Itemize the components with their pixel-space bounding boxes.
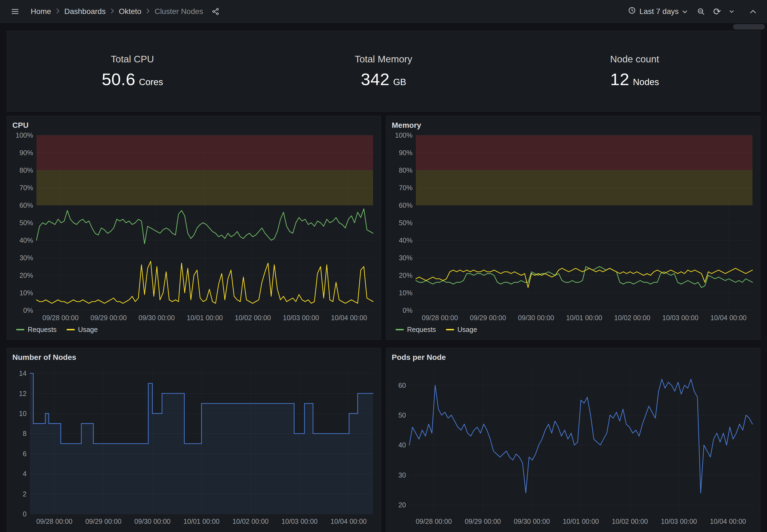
svg-text:09/30 00:00: 09/30 00:00 (134, 517, 170, 525)
stat-unit: Cores (139, 77, 163, 87)
panel-title: Number of Nodes (12, 353, 76, 362)
svg-text:40: 40 (398, 441, 406, 449)
panel-header-nodes[interactable]: Number of Nodes (7, 348, 381, 364)
svg-text:30%: 30% (19, 254, 33, 262)
svg-text:70%: 70% (19, 184, 33, 192)
usage-series-swatch (446, 329, 454, 330)
share-button[interactable] (209, 5, 223, 18)
panel-title: CPU (12, 121, 28, 130)
svg-text:09/30 00:00: 09/30 00:00 (514, 517, 550, 525)
svg-text:60: 60 (398, 381, 406, 389)
svg-text:50: 50 (398, 411, 406, 419)
panel-pods-per-node: Pods per Node 203040506009/28 00:0009/29… (386, 348, 760, 532)
collapse-top-button[interactable] (747, 6, 759, 17)
svg-text:10/03 00:00: 10/03 00:00 (283, 314, 319, 322)
chevron-right-icon (56, 8, 60, 15)
svg-text:60%: 60% (399, 201, 413, 209)
svg-text:10/04 00:00: 10/04 00:00 (331, 314, 367, 322)
legend-item-requests[interactable]: Requests (396, 326, 436, 334)
svg-text:09/28 00:00: 09/28 00:00 (42, 314, 79, 322)
legend-item-usage[interactable]: Usage (446, 326, 477, 334)
stat-value: 50.6 (102, 70, 135, 89)
svg-text:10/03 00:00: 10/03 00:00 (661, 517, 697, 525)
svg-text:09/29 00:00: 09/29 00:00 (465, 517, 501, 525)
panel-title: Memory (392, 121, 421, 130)
svg-text:80%: 80% (19, 166, 33, 174)
memory-legend: Requests Usage (386, 325, 760, 334)
zoom-out-button[interactable] (694, 5, 708, 18)
time-range-picker[interactable]: Last 7 days (624, 4, 691, 19)
chevron-down-icon (682, 7, 688, 16)
legend-label: Usage (457, 326, 477, 334)
stat-title: Total Memory (355, 54, 412, 65)
svg-text:0%: 0% (403, 307, 413, 314)
svg-text:8: 8 (23, 430, 27, 437)
svg-text:09/29 00:00: 09/29 00:00 (470, 314, 506, 322)
legend-item-usage[interactable]: Usage (67, 326, 98, 334)
legend-label: Usage (78, 326, 98, 334)
refresh-interval-caret[interactable] (726, 7, 737, 16)
stat-total-memory: Total Memory 342 GB (258, 54, 509, 89)
stat-title: Total CPU (111, 54, 154, 65)
svg-text:10/01 00:00: 10/01 00:00 (566, 314, 602, 322)
svg-text:10/02 00:00: 10/02 00:00 (612, 517, 648, 525)
refresh-icon: ⟳ (713, 7, 721, 16)
breadcrumb-home[interactable]: Home (28, 7, 54, 16)
svg-text:09/29 00:00: 09/29 00:00 (90, 314, 126, 322)
panel-header-memory[interactable]: Memory (386, 116, 760, 132)
svg-text:20%: 20% (399, 271, 413, 279)
legend-item-requests[interactable]: Requests (16, 326, 57, 334)
legend-label: Requests (28, 326, 57, 334)
usage-series-swatch (67, 329, 75, 330)
scrollbar-thumb[interactable] (733, 24, 765, 30)
svg-text:10: 10 (19, 410, 27, 417)
hamburger-icon (10, 7, 20, 16)
svg-text:10%: 10% (19, 289, 33, 297)
number-of-nodes-chart[interactable]: 0246810121409/28 00:0009/29 00:0009/30 0… (10, 364, 378, 528)
stat-value: 342 (361, 70, 390, 89)
menu-button[interactable] (8, 5, 22, 18)
breadcrumb-okteto[interactable]: Okteto (116, 7, 144, 16)
panel-cpu: CPU 0%10%20%30%40%50%60%70%80%90%100%09/… (7, 116, 381, 340)
stat-value: 12 (610, 70, 630, 89)
svg-text:10/03 00:00: 10/03 00:00 (281, 517, 318, 525)
svg-text:10/01 00:00: 10/01 00:00 (183, 517, 220, 525)
time-range-label: Last 7 days (639, 7, 679, 16)
breadcrumb: Home Dashboards Okteto Cluster Nodes (28, 7, 206, 16)
cpu-chart[interactable]: 0%10%20%30%40%50%60%70%80%90%100%09/28 0… (10, 132, 378, 325)
svg-text:40%: 40% (399, 236, 413, 244)
svg-text:100%: 100% (395, 132, 413, 139)
svg-text:09/28 00:00: 09/28 00:00 (416, 517, 452, 525)
svg-text:09/30 00:00: 09/30 00:00 (518, 314, 554, 322)
grafana-dashboard: Home Dashboards Okteto Cluster Nodes (0, 0, 767, 532)
chevron-right-icon (110, 8, 114, 15)
panel-number-of-nodes: Number of Nodes 0246810121409/28 00:0009… (7, 348, 381, 532)
breadcrumb-current: Cluster Nodes (152, 7, 206, 16)
refresh-button[interactable]: ⟳ (711, 4, 724, 19)
memory-chart[interactable]: 0%10%20%30%40%50%60%70%80%90%100%09/28 0… (390, 132, 757, 325)
top-nav: Home Dashboards Okteto Cluster Nodes (0, 0, 767, 23)
panel-header-pods[interactable]: Pods per Node (386, 348, 760, 364)
panel-header-cpu[interactable]: CPU (7, 116, 381, 132)
svg-text:10/04 00:00: 10/04 00:00 (710, 517, 746, 525)
pods-per-node-chart[interactable]: 203040506009/28 00:0009/29 00:0009/30 00… (390, 364, 757, 528)
svg-text:09/28 00:00: 09/28 00:00 (422, 314, 458, 322)
share-icon (212, 7, 220, 16)
svg-text:90%: 90% (19, 149, 33, 157)
chevron-right-icon (146, 8, 150, 15)
svg-text:20: 20 (398, 501, 406, 509)
cpu-legend: Requests Usage (7, 325, 381, 334)
svg-text:10/02 00:00: 10/02 00:00 (235, 314, 271, 322)
svg-text:10/04 00:00: 10/04 00:00 (710, 314, 746, 322)
svg-text:20%: 20% (19, 271, 33, 279)
chevron-up-icon (749, 9, 757, 14)
svg-text:40%: 40% (19, 236, 33, 244)
stat-unit: Nodes (633, 77, 659, 87)
breadcrumb-dashboards[interactable]: Dashboards (62, 7, 108, 16)
svg-text:50%: 50% (19, 219, 33, 227)
svg-text:10/01 00:00: 10/01 00:00 (186, 314, 223, 322)
svg-text:10/02 00:00: 10/02 00:00 (614, 314, 650, 322)
requests-series-swatch (396, 329, 404, 330)
legend-label: Requests (407, 326, 436, 334)
panel-grid: CPU 0%10%20%30%40%50%60%70%80%90%100%09/… (7, 116, 760, 532)
